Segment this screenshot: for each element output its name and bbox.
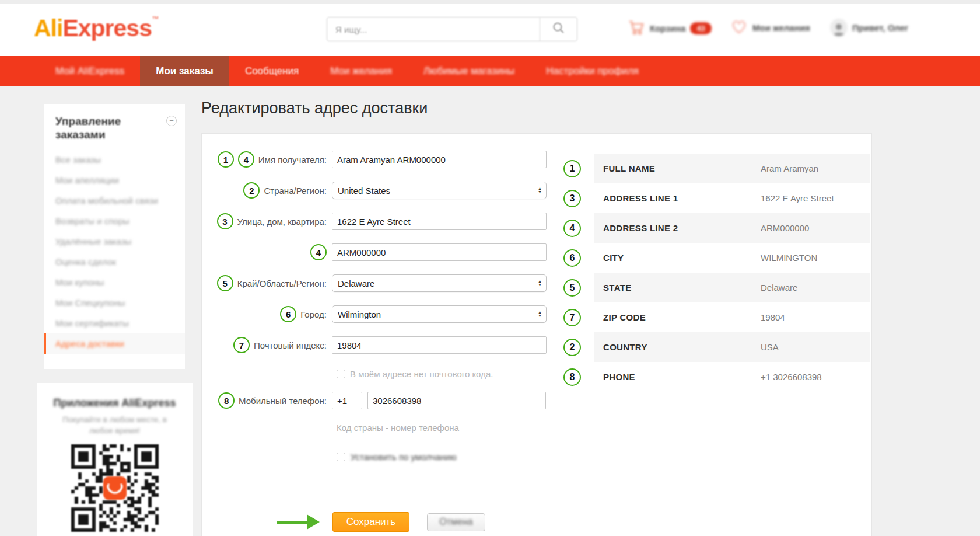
collapse-icon[interactable]: −	[166, 116, 177, 126]
cancel-label: Отмена	[439, 517, 473, 527]
nav-item-label: Любимые магазины	[424, 65, 514, 77]
search-button[interactable]	[540, 18, 577, 41]
address-summary-table: 1FULL NAMEAram Aramyan3ADDRESS LINE 1162…	[594, 154, 870, 392]
sidebar-item-label: Адреса доставки	[55, 339, 124, 349]
form-row-address-line-2: 4	[202, 243, 564, 261]
form-row-left: 2Страна/Регион:	[202, 182, 332, 199]
zip-code-label: Почтовый индекс:	[254, 340, 327, 350]
nav-item-сообщения[interactable]: Сообщения	[229, 56, 314, 86]
summary-value: 19804	[761, 312, 785, 322]
sidebar-item[interactable]: Все заказы	[44, 149, 185, 170]
state-region-label: Край/Область/Регион:	[237, 279, 327, 288]
form-row-street-address: 3Улица, дом, квартира:	[202, 213, 564, 230]
cancel-button[interactable]: Отмена	[427, 513, 485, 531]
no-postcode-label: В моём адресе нет почтового кода.	[350, 369, 493, 379]
form-row-left: 14Имя получателя:	[202, 151, 332, 168]
street-address-label: Улица, дом, квартира:	[237, 217, 327, 227]
nav-item-label: Настройки профиля	[546, 65, 639, 77]
country-region-value: United States	[338, 186, 390, 196]
country-region-select[interactable]: United States▲▼	[332, 182, 547, 199]
city-select[interactable]: Wilmington▲▼	[332, 305, 547, 323]
search-input[interactable]	[327, 18, 540, 41]
summary-label: ADDRESS LINE 1	[603, 193, 761, 203]
annotation-circle-2: 2	[243, 182, 260, 199]
sidebar-item[interactable]: Возвраты и споры	[44, 211, 185, 231]
cart-icon	[628, 19, 645, 38]
annotation-circle-5: 5	[564, 279, 581, 297]
form-row-zip-code: 7Почтовый индекс:	[202, 336, 564, 354]
nav-item-любимые-магазины[interactable]: Любимые магазины	[408, 56, 530, 86]
recipient-name-label: Имя получателя:	[258, 155, 327, 165]
recipient-name-input[interactable]	[332, 151, 547, 168]
annotation-circle-1: 1	[218, 151, 234, 168]
address-line-2-input[interactable]	[332, 243, 547, 261]
sidebar-item[interactable]: Оплата мобильной связи	[44, 190, 185, 211]
summary-row-country: 2COUNTRYUSA	[594, 332, 870, 362]
summary-value: 1622 E Ayre Street	[761, 193, 834, 203]
summary-row-city: 6CITYWILMINGTON	[594, 243, 870, 273]
qr-code	[71, 444, 159, 532]
street-address-input[interactable]	[332, 213, 547, 230]
summary-label: ZIP CODE	[603, 312, 761, 322]
sidebar-item-label: Удалённые заказы	[55, 236, 131, 246]
sidebar-item[interactable]: Оценка сделок	[44, 252, 185, 272]
sidebar-item-label: Мои Спецкупоны	[55, 298, 125, 308]
zip-code-input[interactable]	[332, 336, 547, 354]
arrow-head	[307, 514, 320, 530]
cart-link[interactable]: Корзина 43	[628, 19, 712, 38]
sidebar-item-label: Оплата мобильной связи	[55, 196, 158, 206]
sidebar-item-shipping-addresses[interactable]: Адреса доставки	[44, 333, 185, 354]
main-navbar: Мой AliExpressМои заказыСообщенияМои жел…	[0, 56, 980, 86]
nav-item-мои-желания[interactable]: Мои желания	[314, 56, 408, 86]
sidebar-item-label: Мои купоны	[55, 277, 104, 287]
annotation-circle-4: 4	[310, 244, 327, 260]
form-row-mobile-phone: 8Мобильный телефон:	[202, 392, 564, 409]
sidebar-item[interactable]: Мои апелляции	[44, 170, 185, 190]
no-postcode-checkbox[interactable]	[337, 370, 345, 378]
cart-count-badge: 43	[690, 22, 711, 34]
summary-row-state: 5STATEDelaware	[594, 273, 870, 302]
summary-value: WILMINGTON	[761, 253, 817, 263]
annotation-circle-3: 3	[564, 190, 581, 207]
annotation-circle-7: 7	[564, 309, 581, 326]
greeting-label: Привет, Олег	[852, 23, 908, 33]
save-button[interactable]: Сохранить	[332, 512, 410, 532]
wishlist-link[interactable]: Мои желания	[730, 19, 810, 37]
nav-item-настройки-профиля[interactable]: Настройки профиля	[530, 56, 654, 86]
aliexpress-logo[interactable]: AliExpress™	[34, 15, 158, 42]
form-row-left: 7Почтовый индекс:	[202, 337, 332, 353]
promo-title: Приложения AliExpress	[37, 397, 192, 409]
city-label: Город:	[300, 309, 327, 319]
set-default-label: Установить по умолчанию	[351, 452, 457, 462]
top-strip	[0, 0, 980, 4]
mobile-phone-input[interactable]	[368, 392, 546, 409]
nav-item-мои-заказы[interactable]: Мои заказы	[140, 56, 229, 86]
sidebar-title: Управление заказами	[44, 104, 155, 141]
heart-icon	[730, 19, 748, 37]
annotation-circle-4: 4	[238, 151, 254, 168]
form-row-city: 6Город:Wilmington▲▼	[202, 305, 564, 323]
arrow-line	[276, 521, 307, 524]
annotation-circle-5: 5	[217, 275, 233, 291]
sidebar-item-label: Все заказы	[55, 155, 101, 165]
state-region-select[interactable]: Delaware▲▼	[332, 274, 547, 292]
set-default-checkbox[interactable]	[337, 453, 345, 461]
sidebar-item-label: Возвраты и споры	[55, 216, 130, 226]
annotation-circle-7: 7	[233, 337, 250, 353]
summary-label: CITY	[603, 253, 761, 263]
select-arrows-icon: ▲▼	[538, 187, 542, 194]
country-code-input[interactable]	[332, 392, 362, 409]
sidebar-item[interactable]: Мои сертификаты	[44, 313, 185, 333]
nav-item-мой-aliexpress[interactable]: Мой AliExpress	[40, 56, 140, 86]
summary-row-full-name: 1FULL NAMEAram Aramyan	[594, 154, 870, 183]
nav-item-label: Сообщения	[245, 65, 299, 77]
sidebar-item[interactable]: Удалённые заказы	[44, 231, 185, 252]
summary-value: Delaware	[761, 283, 797, 293]
user-avatar-icon	[830, 19, 848, 36]
select-arrows-icon: ▲▼	[538, 311, 542, 318]
sidebar-item[interactable]: Мои купоны	[44, 272, 185, 293]
sidebar-item[interactable]: Мои Спецкупоны	[44, 293, 185, 313]
account-link[interactable]: Привет, Олег	[830, 19, 908, 36]
search-bar	[327, 17, 578, 41]
summary-label: FULL NAME	[603, 163, 761, 173]
